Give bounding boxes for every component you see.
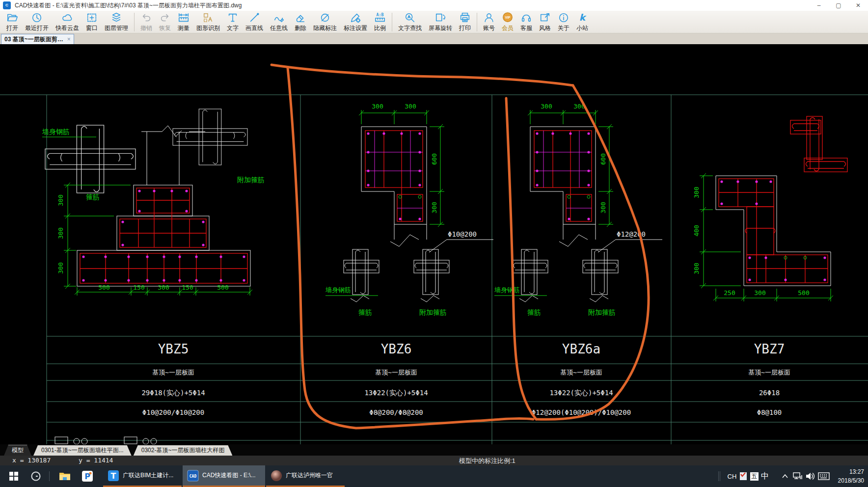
shape-recognition-icon xyxy=(202,12,214,24)
tab-close-icon[interactable]: × xyxy=(67,36,71,43)
account-icon xyxy=(483,12,495,24)
sheet-tab-model[interactable]: 模型 xyxy=(4,445,31,456)
svg-text:300: 300 xyxy=(57,262,64,273)
toolbar-separator xyxy=(134,13,135,31)
recent-open-button[interactable]: 最近打开 xyxy=(22,11,52,33)
account-button[interactable]: 账号 xyxy=(480,11,498,33)
p-app-icon: P xyxy=(81,470,93,482)
customer-service-button[interactable]: 客服 xyxy=(517,11,536,33)
coordinate-y: y = 11414 xyxy=(79,457,113,464)
eraser-icon xyxy=(295,12,306,24)
svg-text:500: 500 xyxy=(798,289,809,297)
notes-tray-icon[interactable] xyxy=(738,465,749,487)
k-site-icon: k xyxy=(576,12,588,24)
browser-button[interactable] xyxy=(27,465,45,487)
text-button[interactable]: 文字 xyxy=(223,11,242,33)
print-button[interactable]: 打印 xyxy=(456,11,474,33)
scale-button[interactable]: A:B 比例 xyxy=(371,11,389,33)
glodon-p-button[interactable]: P xyxy=(78,465,97,487)
layer-manager-button[interactable]: 图层管理 xyxy=(101,11,132,33)
about-button[interactable]: 关于 xyxy=(554,11,573,33)
ksite-button[interactable]: k 小站 xyxy=(573,11,592,33)
minimize-button[interactable]: – xyxy=(809,0,829,11)
column-range: 基顶~一层板面 xyxy=(152,369,194,376)
network-tray-icon[interactable] xyxy=(790,465,804,487)
close-button[interactable]: ✕ xyxy=(848,0,868,11)
draw-line-button[interactable]: 画直线 xyxy=(242,11,267,33)
hide-annotation-icon xyxy=(319,12,331,24)
column-rebar: 13Φ22(实心)+5Φ14 xyxy=(549,389,613,397)
task-wechat-group[interactable]: 广联达泸州唯一官 xyxy=(266,465,345,487)
speaker-icon xyxy=(805,472,815,481)
clock[interactable]: 13:27 2018/5/30 xyxy=(838,467,864,485)
print-icon xyxy=(459,12,471,24)
folder-icon xyxy=(59,471,71,481)
svg-text:300: 300 xyxy=(693,187,700,198)
shape-recognition-button[interactable]: 图形识别 xyxy=(193,11,223,33)
sheet-tab-0301[interactable]: 0301-基顶~一层板面墙柱平面... xyxy=(33,445,132,456)
column-range: 基顶~一层板面 xyxy=(748,369,790,376)
language-indicator[interactable]: CH xyxy=(726,465,738,487)
wall-rebar-label: 墙身钢筋 xyxy=(325,286,351,294)
undo-button[interactable]: 撤销 xyxy=(137,11,156,33)
ime-mode-indicator[interactable]: 五 xyxy=(749,465,760,487)
style-icon xyxy=(539,12,551,24)
vip-member-button[interactable]: VIP 会员 xyxy=(498,11,517,33)
screen-rotate-button[interactable]: 屏幕旋转 xyxy=(425,11,456,33)
drawing-canvas[interactable]: 墙身钢筋 箍筋 附加箍筋 300 300 300 500 xyxy=(0,44,868,444)
ybz5-section: 墙身钢筋 箍筋 附加箍筋 300 300 300 500 xyxy=(42,109,265,296)
freehand-line-button[interactable]: 任意线 xyxy=(267,11,291,33)
cloud-icon xyxy=(61,12,73,24)
svg-text:k: k xyxy=(579,12,587,23)
start-button[interactable] xyxy=(4,465,24,487)
windows-logo-icon xyxy=(9,472,18,481)
line-icon xyxy=(248,12,260,24)
svg-text:300: 300 xyxy=(754,289,765,297)
clock-date: 2018/5/30 xyxy=(838,476,864,485)
table-grid xyxy=(0,95,868,444)
window-button[interactable]: 窗口 xyxy=(82,11,101,33)
file-explorer-button[interactable] xyxy=(55,465,75,487)
ybz6a-section: 300 300 600 300 Φ12@200 墙身钢筋 箍筋 附加箍筋 xyxy=(494,103,662,316)
tray-expand-button[interactable] xyxy=(779,465,791,487)
column-name: YBZ6 xyxy=(381,342,412,356)
svg-text:250: 250 xyxy=(724,289,735,297)
redo-button[interactable]: 恢复 xyxy=(156,11,174,33)
touch-keyboard-tray-icon[interactable] xyxy=(816,465,832,487)
layers-icon xyxy=(110,12,122,24)
document-tab-label: 03 基顶~一层板面剪… xyxy=(4,35,63,44)
title-bar: C CAD快速看图 - E:\蓝光资料\施工图\结构\7#\03 基顶~一层板面… xyxy=(0,0,868,11)
ime-chinese-indicator[interactable]: 中 xyxy=(759,465,771,487)
wall-rebar-label: 墙身钢筋 xyxy=(42,128,70,135)
clock-icon xyxy=(31,12,43,24)
column-name: YBZ6a xyxy=(562,342,600,356)
delete-button[interactable]: 删除 xyxy=(291,11,310,33)
column-stirrup: Φ8@200/Φ8@200 xyxy=(369,408,423,416)
ybz7-detail xyxy=(790,116,847,172)
task-cad-viewer[interactable]: CAD CAD快速看图 - E:\... xyxy=(183,465,265,487)
annotation-settings-button[interactable]: 标注设置 xyxy=(340,11,371,33)
document-tab[interactable]: 03 基顶~一层板面剪… × xyxy=(1,34,74,45)
document-tab-bar: 03 基顶~一层板面剪… × xyxy=(0,33,868,44)
svg-text:300: 300 xyxy=(372,103,383,110)
main-toolbar: 打开 最近打开 快看云盘 窗口 图层管理 撤销 恢复 测量 图形识别 文字 画直… xyxy=(0,11,868,33)
sheet-tab-0302[interactable]: 0302-基顶~一层板面墙柱大样图 xyxy=(134,445,233,456)
text-search-button[interactable]: 文字查找 xyxy=(395,11,425,33)
coordinate-x: x = 130187 xyxy=(12,457,51,464)
hide-annotation-button[interactable]: 隐藏标注 xyxy=(310,11,340,33)
style-button[interactable]: 风格 xyxy=(536,11,554,33)
cad-viewer-icon: CAD xyxy=(187,470,199,482)
taskbar: P T 广联达BIM土建计... CAD CAD快速看图 - E:\... 广联… xyxy=(0,465,868,487)
svg-text:150: 150 xyxy=(182,284,193,291)
g-browser-icon xyxy=(30,471,41,482)
screen-rotate-icon xyxy=(434,12,446,24)
open-button[interactable]: 打开 xyxy=(3,11,22,33)
maximize-button[interactable]: ▢ xyxy=(829,0,848,11)
measure-button[interactable]: 测量 xyxy=(174,11,193,33)
toolbar-separator xyxy=(477,13,477,31)
clock-time: 13:27 xyxy=(838,467,864,476)
cloud-drive-button[interactable]: 快看云盘 xyxy=(52,11,82,33)
column-name: YBZ5 xyxy=(158,342,189,356)
task-bim-app[interactable]: T 广联达BIM土建计... xyxy=(103,465,182,487)
volume-tray-icon[interactable] xyxy=(803,465,817,487)
